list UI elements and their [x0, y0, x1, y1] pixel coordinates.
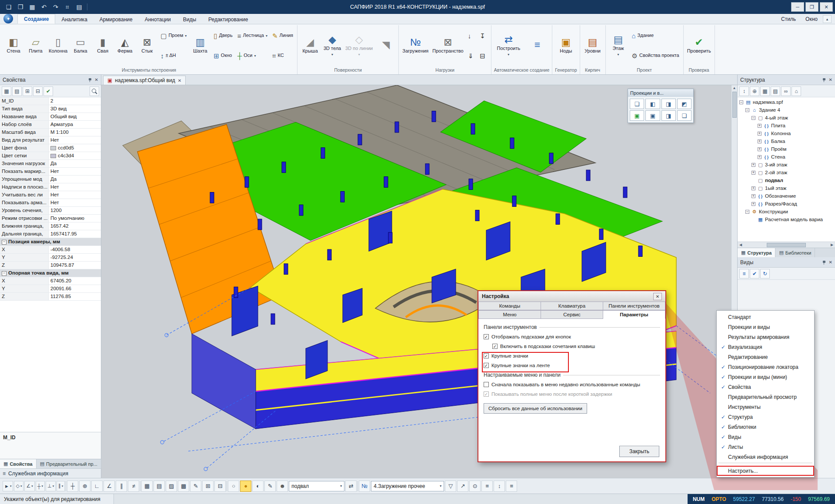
grid-add-button[interactable] [202, 481, 214, 492]
locator-perp-combo[interactable] [46, 481, 56, 491]
truss-button[interactable]: Ферма [114, 26, 136, 66]
opening-button[interactable]: Проем [158, 26, 189, 46]
pin-icon[interactable] [88, 78, 92, 82]
dialog-tab[interactable]: Клавиатура [541, 302, 603, 310]
property-row[interactable]: M_ID 2 [0, 97, 101, 105]
context-menu-item[interactable]: Проекции и виды (мини) [717, 372, 814, 382]
locator-select-combo[interactable] [3, 481, 13, 491]
checkbox-icon[interactable] [484, 334, 489, 339]
dialog-tab[interactable]: Команды [478, 302, 541, 310]
property-row[interactable]: Цвет сетки c4c3d4 [0, 152, 101, 160]
numbering-button[interactable] [359, 481, 370, 492]
property-row[interactable]: Уровень сечения, 1200 [0, 207, 101, 215]
pile-button[interactable]: Свая [92, 26, 114, 66]
expand-icon[interactable] [752, 186, 755, 190]
palette-header[interactable]: Проекции и в... [628, 89, 693, 97]
view-refresh-icon[interactable] [760, 269, 770, 279]
expand-icon[interactable] [752, 116, 755, 120]
pin-icon[interactable] [822, 78, 826, 82]
measure-button[interactable] [62, 2, 73, 12]
dialog-title-bar[interactable]: Настройка [478, 291, 665, 302]
roof-button[interactable]: Крыша [299, 26, 321, 66]
home-icon[interactable] [792, 86, 801, 96]
grid-remove-button[interactable] [214, 481, 226, 492]
solids-3d-button[interactable]: 3D тела [321, 26, 343, 66]
proj-blue1-icon[interactable] [645, 110, 660, 121]
print-button[interactable] [74, 2, 84, 12]
tree-item[interactable]: Здание 4 [738, 106, 835, 114]
property-row[interactable]: Y 20091.66 [0, 285, 101, 293]
expand-icon[interactable] [758, 155, 762, 159]
expand-all-icon[interactable] [23, 86, 32, 96]
bulb-off-button[interactable] [228, 481, 239, 492]
column-button[interactable]: Колонна [47, 26, 69, 66]
expand-icon[interactable] [752, 163, 755, 167]
checkbox-icon[interactable] [492, 344, 498, 349]
grid-dense-button[interactable] [178, 481, 189, 492]
checkbox-icon[interactable] [484, 363, 489, 368]
property-row[interactable]: Z 109475.87 [0, 262, 101, 269]
context-menu-item[interactable]: Редактирование [717, 352, 814, 362]
context-menu-item[interactable]: Виды [717, 432, 814, 442]
wall-button[interactable]: Стена [3, 26, 24, 66]
property-row[interactable]: Надписи в плоско... Нет [0, 183, 101, 191]
loads-filter-button[interactable] [445, 481, 456, 492]
scroll-up-icon[interactable]: ▲ [732, 85, 737, 91]
property-row[interactable]: Опорная точка вида, мм [0, 269, 101, 277]
dialog-close-button[interactable] [653, 293, 662, 300]
context-menu-item[interactable]: Настроить... [717, 466, 814, 476]
proj-blue2-icon[interactable] [661, 110, 676, 121]
tree-item[interactable]: подвал [738, 176, 835, 184]
proj-iso-icon[interactable] [630, 99, 644, 109]
viewport-tab[interactable]: надземка.spf:Общий вид [103, 76, 186, 85]
context-menu-item[interactable]: Позиционирование локатора [717, 362, 814, 372]
link-icon[interactable] [781, 86, 791, 96]
sketch-button[interactable] [190, 481, 201, 492]
expand-icon[interactable] [752, 171, 755, 175]
collapse-all-icon[interactable] [33, 86, 43, 96]
tree-item[interactable]: Расчетная модель вариа [738, 216, 835, 223]
dialog-checkbox[interactable]: Отображать подсказки для кнопок [484, 332, 660, 342]
property-row[interactable]: X 67405.20 [0, 277, 101, 285]
locator-node-combo[interactable] [14, 481, 23, 491]
context-menu-item[interactable]: Листы [717, 442, 814, 452]
pin-icon[interactable] [822, 260, 826, 265]
beam-button[interactable]: Балка [70, 26, 91, 66]
property-row[interactable]: Вид для результат Нет [0, 136, 101, 144]
maximize-button[interactable] [805, 2, 818, 12]
snap-crosshair-button[interactable] [67, 481, 78, 492]
loadcase-dropdown[interactable]: 4.Загружение прочее [371, 481, 444, 491]
left-panel-tab[interactable]: Предварительный пр... [37, 459, 101, 468]
proj-blue3-icon[interactable] [677, 110, 691, 121]
expand-icon[interactable] [752, 194, 755, 198]
checkbox-icon[interactable] [484, 391, 489, 397]
ribbon-tab[interactable]: Аналитика [55, 15, 93, 24]
tree-item[interactable]: надземка.spf [738, 98, 835, 106]
property-row[interactable]: Показать маркир... Нет [0, 168, 101, 176]
building-button[interactable]: Здание [630, 26, 681, 46]
alphabetical-icon[interactable] [12, 86, 22, 96]
levels-button[interactable]: Уровни [582, 26, 604, 66]
context-menu-item[interactable]: Предварительный просмотр [717, 392, 814, 402]
moving-load-button[interactable] [478, 46, 489, 66]
property-row[interactable]: Дальняя граница, 1657417.95 [0, 230, 101, 238]
minimize-button[interactable] [791, 2, 804, 12]
snap-exclude-button[interactable] [128, 481, 139, 492]
context-menu-item[interactable]: Структура [717, 412, 814, 422]
close-view-icon[interactable] [178, 78, 181, 83]
proj-top-icon[interactable] [677, 99, 691, 109]
point-load-button[interactable] [466, 26, 478, 46]
scroll-right-icon[interactable]: ▶ [829, 243, 835, 247]
property-row[interactable]: Название вида Общий вид [0, 113, 101, 121]
categorized-icon[interactable] [2, 86, 11, 96]
expand-icon[interactable] [739, 100, 743, 104]
property-row[interactable]: Y -92725.24 [0, 254, 101, 262]
context-menu-item[interactable] [718, 463, 812, 465]
property-row[interactable]: Показывать арма... Нет [0, 199, 101, 207]
expand-icon[interactable] [758, 124, 762, 128]
tree-item[interactable]: Балка [738, 137, 835, 145]
view-list-icon[interactable] [739, 269, 749, 279]
property-row[interactable]: Позиция камеры, мм [0, 238, 101, 246]
ribbon-tab[interactable]: Создание [17, 14, 55, 24]
grid-shade-button[interactable] [166, 481, 177, 492]
